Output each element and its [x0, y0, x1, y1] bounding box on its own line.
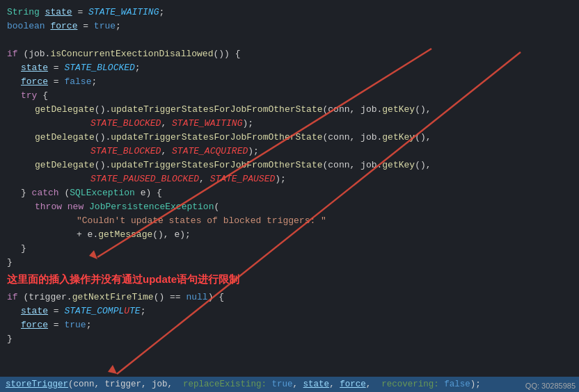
code-line: } catch (SQLException e) {: [0, 186, 579, 200]
code-token: (),: [415, 131, 431, 145]
code-token: (conn, job.: [322, 131, 382, 145]
code-line: state = STATE_BLOCKED;: [0, 61, 579, 75]
code-line: getDelegate().updateTriggerStatesForJobF…: [0, 103, 579, 117]
code-token: STATE_BLOCKED: [90, 145, 161, 158]
code-token: TE: [129, 304, 141, 318]
code-token: (: [64, 186, 70, 200]
code-token: =: [77, 19, 93, 33]
code-line: + e.getMessage(), e);: [0, 228, 579, 242]
code-token: null: [186, 291, 207, 304]
code-line: STATE_PAUSED_BLOCKED, STATE_PAUSED);: [0, 172, 579, 186]
code-line: }: [0, 332, 579, 346]
code-line: }: [0, 256, 579, 270]
code-token: throw: [35, 200, 68, 214]
code-line: state = STATE_COMPLUTE;: [0, 304, 579, 318]
code-token: }: [7, 256, 13, 270]
code-token: getDelegate: [35, 103, 95, 117]
code-token: getDelegate: [35, 131, 95, 145]
code-token: }: [7, 332, 13, 346]
code-token: STATE_WAITING: [88, 6, 159, 19]
code-token: if: [7, 47, 23, 61]
code-token: STATE_BLOCKED: [90, 117, 161, 131]
code-token: STATE_COMPL: [64, 304, 124, 318]
code-token: true: [64, 318, 86, 332]
code-token: getKey: [382, 103, 415, 117]
annotation-text: 这里面的插入操作并没有通过update语句进行限制: [7, 273, 239, 285]
code-container: String state = STATE_WAITING; boolean fo…: [0, 0, 579, 392]
code-token: force: [21, 75, 48, 89]
code-token: ;: [135, 61, 141, 75]
code-token: ().: [95, 103, 111, 117]
code-token: false: [64, 75, 91, 89]
code-token: state: [21, 61, 48, 75]
code-token: }: [21, 186, 32, 200]
code-line: force = true;: [0, 318, 579, 332]
code-token: e) {: [135, 186, 162, 200]
code-token: ;: [86, 318, 92, 332]
code-line: throw new JobPersistenceException(: [0, 200, 579, 214]
code-token: STATE_ACQUIRED: [172, 145, 248, 158]
code-token: =: [48, 304, 64, 318]
code-token: getMessage: [98, 228, 152, 242]
code-token: getDelegate: [35, 158, 95, 172]
code-line: boolean force = true;: [0, 19, 579, 33]
code-token: =: [48, 61, 64, 75]
code-line: force = false;: [0, 75, 579, 89]
code-token: updateTriggerStatesForJobFromOtherState: [111, 131, 322, 145]
code-token: STATE_BLOCKED: [64, 61, 134, 75]
code-token: getNextFireTime: [72, 291, 154, 304]
code-token: getKey: [382, 131, 415, 145]
code-token: boolean: [7, 19, 50, 33]
code-token: ().: [95, 131, 111, 145]
code-token: ;: [159, 6, 164, 19]
bottom-bar: storeTrigger(conn, trigger, job, replace…: [0, 377, 579, 392]
code-line: "Couldn't update states of blocked trigg…: [0, 214, 579, 228]
code-token: ()) {: [213, 47, 240, 61]
code-token: ,: [161, 145, 172, 158]
code-token: new: [68, 200, 89, 214]
watermark: QQ: 30285985: [525, 382, 576, 390]
svg-marker-2: [108, 365, 117, 374]
code-token: getKey: [382, 158, 415, 172]
code-token: (conn, job.: [322, 103, 382, 117]
code-token: String: [7, 6, 45, 19]
code-token: STATE_WAITING: [172, 117, 242, 131]
code-token: ,: [161, 117, 172, 131]
code-token: isConcurrentExectionDisallowed: [50, 47, 213, 61]
code-token: );: [248, 145, 259, 158]
code-line: if (trigger.getNextFireTime() == null) {: [0, 291, 579, 304]
code-token: STATE_PAUSED: [210, 172, 276, 186]
code-line: String state = STATE_WAITING;: [0, 6, 579, 19]
code-token: STATE_PAUSED_BLOCKED: [90, 172, 199, 186]
code-area: String state = STATE_WAITING; boolean fo…: [0, 0, 579, 366]
code-token: =: [48, 318, 64, 332]
code-token: catch: [32, 186, 65, 200]
code-token: ) {: [208, 291, 224, 304]
code-token: (),: [415, 158, 431, 172]
code-line: try {: [0, 89, 579, 103]
code-token: {: [37, 89, 48, 103]
code-token: ;: [116, 19, 121, 33]
code-token: force: [21, 318, 48, 332]
code-token: updateTriggerStatesForJobFromOtherState: [111, 103, 322, 117]
code-token: =: [72, 6, 88, 19]
code-token: ().: [95, 158, 111, 172]
code-token: state: [21, 304, 48, 318]
code-line: getDelegate().updateTriggerStatesForJobF…: [0, 131, 579, 145]
code-token: (),: [415, 103, 431, 117]
code-token: if: [7, 291, 23, 304]
code-line: STATE_BLOCKED, STATE_ACQUIRED);: [0, 145, 579, 158]
code-token: true: [94, 19, 116, 33]
bottom-code-text: storeTrigger(conn, trigger, job, replace…: [6, 379, 481, 389]
code-token: updateTriggerStatesForJobFromOtherState: [111, 158, 322, 172]
code-token: ;: [141, 304, 146, 318]
code-line: [0, 346, 579, 360]
code-token: ,: [199, 172, 210, 186]
code-token: (trigger.: [23, 291, 72, 304]
code-token: (: [214, 200, 219, 214]
code-line: if (job.isConcurrentExectionDisallowed()…: [0, 47, 579, 61]
annotation-line: 这里面的插入操作并没有通过update语句进行限制: [0, 270, 579, 291]
code-token: }: [21, 242, 26, 256]
code-token: );: [242, 117, 253, 131]
code-line: getDelegate().updateTriggerStatesForJobF…: [0, 158, 579, 172]
